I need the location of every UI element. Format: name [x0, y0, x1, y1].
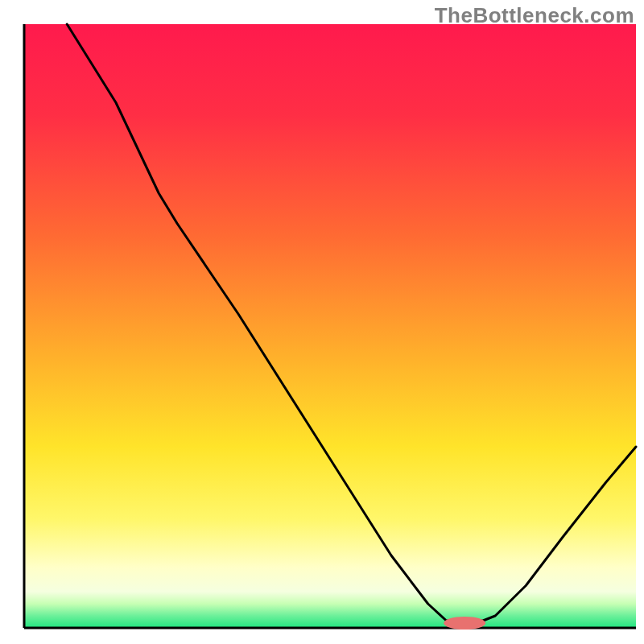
- gradient-background: [24, 24, 636, 628]
- chart-frame: TheBottleneck.com: [0, 0, 644, 644]
- optimal-marker: [444, 617, 485, 630]
- watermark-text: TheBottleneck.com: [435, 3, 634, 28]
- bottleneck-chart: [0, 0, 644, 644]
